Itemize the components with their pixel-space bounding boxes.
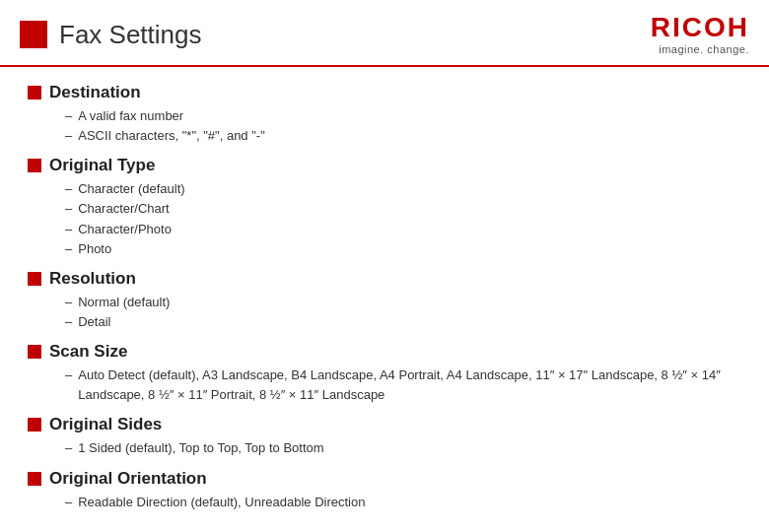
list-item: –Character/Photo xyxy=(65,220,741,239)
list-dash: – xyxy=(65,126,72,146)
section-header-original-orientation: Original Orientation xyxy=(28,469,741,489)
list-item-text: Auto Detect (default), A3 Landscape, B4 … xyxy=(78,366,741,405)
list-item-text: Character/Chart xyxy=(78,199,169,219)
bullet-icon-scan-size xyxy=(28,345,41,359)
list-dash: – xyxy=(65,293,72,312)
list-item-text: Photo xyxy=(78,239,111,259)
main-content: Destination–A valid fax number–ASCII cha… xyxy=(0,67,769,532)
section-header-original-sides: Original Sides xyxy=(28,415,741,434)
list-item: –A valid fax number xyxy=(65,106,741,126)
section-items-resolution: –Normal (default)–Detail xyxy=(65,293,741,332)
section-title-original-orientation: Original Orientation xyxy=(49,469,207,489)
list-item: –Auto Detect (default), A3 Landscape, B4… xyxy=(65,366,741,405)
section-original-sides: Original Sides–1 Sided (default), Top to… xyxy=(28,415,741,458)
list-dash: – xyxy=(65,199,72,219)
section-title-destination: Destination xyxy=(49,83,141,102)
section-items-original-sides: –1 Sided (default), Top to Top, Top to B… xyxy=(65,438,741,458)
list-dash: – xyxy=(65,312,72,332)
section-items-scan-size: –Auto Detect (default), A3 Landscape, B4… xyxy=(65,366,741,405)
list-item-text: 1 Sided (default), Top to Top, Top to Bo… xyxy=(78,438,323,458)
bullet-icon-destination xyxy=(28,86,41,100)
section-original-type: Original Type–Character (default)–Charac… xyxy=(28,156,741,259)
list-dash: – xyxy=(65,106,72,126)
list-item-text: Normal (default) xyxy=(78,293,170,312)
section-title-original-sides: Original Sides xyxy=(49,415,162,434)
bullet-icon-original-orientation xyxy=(28,472,41,486)
list-dash: – xyxy=(65,493,72,512)
list-item-text: A valid fax number xyxy=(78,106,183,126)
bullet-icon-resolution xyxy=(28,272,41,286)
section-destination: Destination–A valid fax number–ASCII cha… xyxy=(28,83,741,146)
section-resolution: Resolution–Normal (default)–Detail xyxy=(28,269,741,332)
section-header-scan-size: Scan Size xyxy=(28,342,741,362)
list-item-text: Detail xyxy=(78,312,110,332)
list-dash: – xyxy=(65,220,72,239)
section-header-destination: Destination xyxy=(28,83,741,102)
bullet-icon-original-type xyxy=(28,159,41,172)
section-original-orientation: Original Orientation–Readable Direction … xyxy=(28,469,741,512)
header: Fax Settings RICOH imagine. change. xyxy=(0,0,769,67)
list-item: –Detail xyxy=(65,312,741,332)
list-dash: – xyxy=(65,438,72,458)
list-item: –Character (default) xyxy=(65,179,741,199)
ricoh-logo: RICOH imagine. change. xyxy=(651,14,749,55)
section-header-resolution: Resolution xyxy=(28,269,741,289)
section-title-resolution: Resolution xyxy=(49,269,136,289)
list-dash: – xyxy=(65,366,72,385)
list-item: –Character/Chart xyxy=(65,199,741,219)
list-item: –Photo xyxy=(65,239,741,259)
page-title: Fax Settings xyxy=(59,20,202,50)
list-item: –Readable Direction (default), Unreadabl… xyxy=(65,493,741,512)
list-item: –1 Sided (default), Top to Top, Top to B… xyxy=(65,438,741,458)
list-dash: – xyxy=(65,179,72,199)
list-item-text: ASCII characters, "*", "#", and "-" xyxy=(78,126,265,146)
list-item: –ASCII characters, "*", "#", and "-" xyxy=(65,126,741,146)
list-item-text: Readable Direction (default), Unreadable… xyxy=(78,493,365,512)
fax-icon xyxy=(20,21,47,48)
list-item-text: Character (default) xyxy=(78,179,184,199)
section-items-original-orientation: –Readable Direction (default), Unreadabl… xyxy=(65,493,741,512)
section-title-original-type: Original Type xyxy=(49,156,155,175)
logo-name: RICOH xyxy=(651,14,749,41)
list-dash: – xyxy=(65,239,72,259)
section-scan-size: Scan Size–Auto Detect (default), A3 Land… xyxy=(28,342,741,405)
section-header-original-type: Original Type xyxy=(28,156,741,175)
list-item-text: Character/Photo xyxy=(78,220,172,239)
bullet-icon-original-sides xyxy=(28,418,41,432)
page-title-container: Fax Settings xyxy=(20,20,202,50)
section-title-scan-size: Scan Size xyxy=(49,342,127,362)
logo-tagline: imagine. change. xyxy=(659,43,749,55)
list-item: –Normal (default) xyxy=(65,293,741,312)
section-items-original-type: –Character (default)–Character/Chart–Cha… xyxy=(65,179,741,259)
section-items-destination: –A valid fax number–ASCII characters, "*… xyxy=(65,106,741,146)
